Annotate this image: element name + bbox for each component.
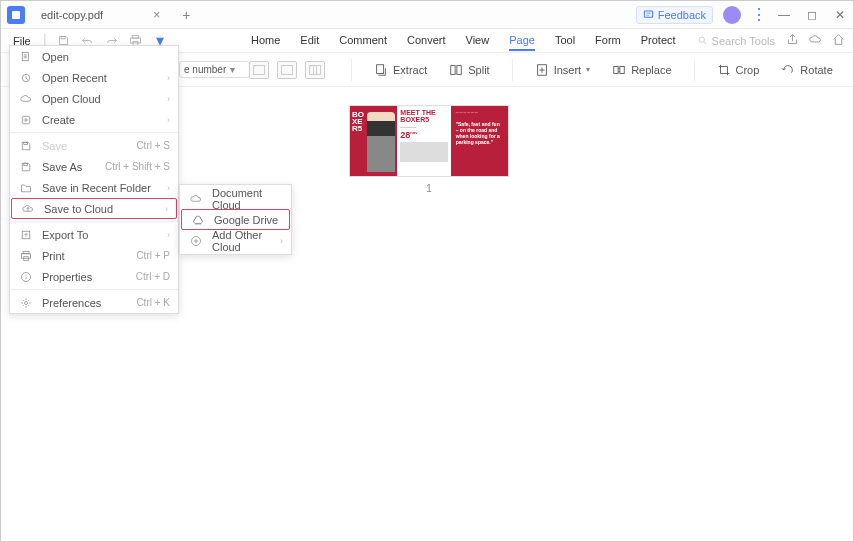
replace-icon xyxy=(612,63,626,77)
caret-right-icon: › xyxy=(167,230,170,240)
tab-home[interactable]: Home xyxy=(251,31,280,51)
plus-icon xyxy=(18,114,34,126)
layout-grid-button[interactable] xyxy=(305,61,325,79)
search-placeholder: Search Tools xyxy=(712,35,775,47)
file-menu-item-print[interactable]: PrintCtrl + P xyxy=(10,245,178,266)
page-image: BOXER5 MEET THE BOXER5 ———— 28nov — — — … xyxy=(349,105,509,177)
maximize-button[interactable]: ◻ xyxy=(805,8,819,22)
tab-protect[interactable]: Protect xyxy=(641,31,676,51)
save-icon xyxy=(18,140,34,152)
feedback-icon xyxy=(643,9,654,20)
cloud-icon[interactable] xyxy=(809,32,822,50)
cloud-submenu-item-add-other-cloud[interactable]: Add Other Cloud› xyxy=(180,230,291,251)
tab-tool[interactable]: Tool xyxy=(555,31,575,51)
cloud-submenu-item-google-drive[interactable]: Google Drive xyxy=(181,209,290,230)
svg-rect-0 xyxy=(644,11,652,17)
app-icon xyxy=(7,6,25,24)
insert-icon xyxy=(535,63,549,77)
svg-rect-16 xyxy=(24,163,28,165)
export-icon xyxy=(18,229,34,241)
svg-rect-10 xyxy=(614,66,618,73)
page-thumbnail[interactable]: BOXER5 MEET THE BOXER5 ———— 28nov — — — … xyxy=(349,105,509,194)
rotate-icon xyxy=(781,63,795,77)
cloud-icon xyxy=(18,93,34,105)
save-to-cloud-submenu: Document CloudGoogle DriveAdd Other Clou… xyxy=(179,184,292,255)
svg-rect-1 xyxy=(61,36,65,38)
search-tools[interactable]: Search Tools xyxy=(697,35,775,47)
file-menu-item-save-to-cloud[interactable]: Save to Cloud› xyxy=(11,198,177,219)
file-menu-item-properties[interactable]: PropertiesCtrl + D xyxy=(10,266,178,287)
svg-rect-8 xyxy=(457,65,461,74)
caret-right-icon: › xyxy=(167,115,170,125)
file-menu-item-save-in-recent-folder[interactable]: Save in Recent Folder› xyxy=(10,177,178,198)
drive-icon xyxy=(190,214,206,226)
gear-icon xyxy=(18,297,34,309)
rotate-button[interactable]: Rotate xyxy=(781,63,832,77)
doc-icon xyxy=(18,51,34,63)
folder-icon xyxy=(18,182,34,194)
share-icon[interactable] xyxy=(786,32,799,50)
tab-filename: edit-copy.pdf xyxy=(41,9,103,21)
cloud-icon xyxy=(188,193,204,205)
file-menu-item-export-to[interactable]: Export To› xyxy=(10,224,178,245)
saveas-icon xyxy=(18,161,34,173)
new-tab-button[interactable]: + xyxy=(182,7,190,23)
document-tab[interactable]: edit-copy.pdf × xyxy=(31,1,170,29)
file-menu-item-save-as[interactable]: Save AsCtrl + Shift + S xyxy=(10,156,178,177)
svg-point-22 xyxy=(25,301,28,304)
file-menu-item-open[interactable]: Open xyxy=(10,46,178,67)
add-icon xyxy=(188,235,204,247)
svg-rect-7 xyxy=(451,65,455,74)
replace-button[interactable]: Replace xyxy=(612,63,671,77)
file-menu: OpenOpen Recent›Open Cloud›Create›SaveCt… xyxy=(9,45,179,314)
tab-form[interactable]: Form xyxy=(595,31,621,51)
cloud-submenu-item-document-cloud[interactable]: Document Cloud xyxy=(180,188,291,209)
close-button[interactable]: ✕ xyxy=(833,8,847,22)
tab-convert[interactable]: Convert xyxy=(407,31,446,51)
file-menu-item-preferences[interactable]: PreferencesCtrl + K xyxy=(10,292,178,313)
svg-rect-11 xyxy=(620,66,624,73)
upload-icon xyxy=(20,203,36,215)
crop-button[interactable]: Crop xyxy=(717,63,760,77)
print-icon xyxy=(18,250,34,262)
svg-rect-15 xyxy=(24,142,28,144)
tab-edit[interactable]: Edit xyxy=(300,31,319,51)
recent-icon xyxy=(18,72,34,84)
minimize-button[interactable]: — xyxy=(777,8,791,22)
layout-double-button[interactable] xyxy=(277,61,297,79)
svg-rect-6 xyxy=(377,64,384,73)
file-menu-item-open-recent[interactable]: Open Recent› xyxy=(10,67,178,88)
close-tab-icon[interactable]: × xyxy=(153,8,160,22)
file-menu-item-save: SaveCtrl + S xyxy=(10,135,178,156)
home-icon[interactable] xyxy=(832,32,845,50)
feedback-label: Feedback xyxy=(658,9,706,21)
split-button[interactable]: Split xyxy=(449,63,489,77)
extract-button[interactable]: Extract xyxy=(374,63,427,77)
file-menu-item-open-cloud[interactable]: Open Cloud› xyxy=(10,88,178,109)
tab-view[interactable]: View xyxy=(466,31,490,51)
caret-right-icon: › xyxy=(167,73,170,83)
caret-right-icon: › xyxy=(280,236,283,246)
page-number-select[interactable]: e number xyxy=(179,61,250,78)
svg-point-5 xyxy=(699,37,705,43)
caret-right-icon: › xyxy=(167,94,170,104)
search-icon xyxy=(697,35,708,46)
svg-rect-3 xyxy=(131,38,141,43)
tab-comment[interactable]: Comment xyxy=(339,31,387,51)
info-icon xyxy=(18,271,34,283)
tab-page[interactable]: Page xyxy=(509,31,535,51)
caret-right-icon: › xyxy=(167,183,170,193)
feedback-button[interactable]: Feedback xyxy=(636,6,713,24)
split-icon xyxy=(449,63,463,77)
file-menu-item-create[interactable]: Create› xyxy=(10,109,178,130)
crop-icon xyxy=(717,63,731,77)
extract-icon xyxy=(374,63,388,77)
insert-button[interactable]: Insert▾ xyxy=(535,63,591,77)
layout-single-button[interactable] xyxy=(249,61,269,79)
caret-right-icon: › xyxy=(165,204,168,214)
svg-rect-19 xyxy=(22,253,31,258)
kebab-menu-icon[interactable]: ⋮ xyxy=(751,5,767,24)
avatar[interactable] xyxy=(723,6,741,24)
page-number-label: 1 xyxy=(349,183,509,194)
